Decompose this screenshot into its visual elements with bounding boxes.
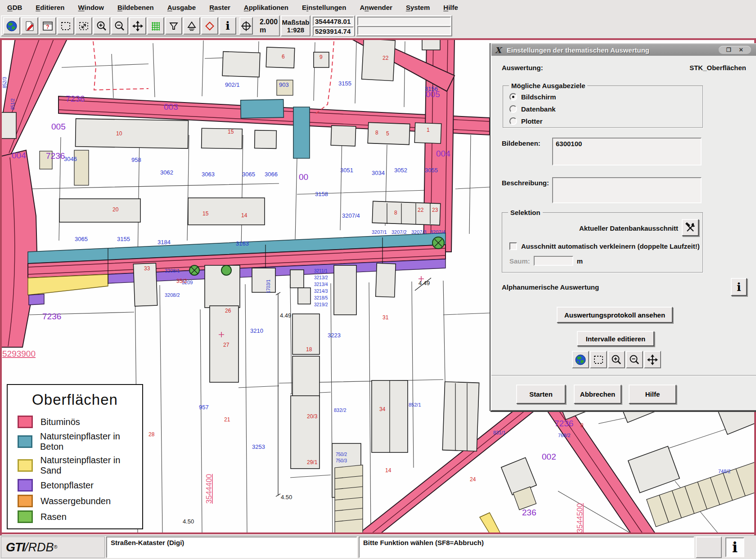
profile-triangle-button[interactable] [183, 17, 200, 35]
svg-text:29/1: 29/1 [307, 459, 318, 465]
shrink-extent-checkbox[interactable] [509, 242, 517, 250]
beschreibung-field[interactable] [552, 177, 702, 203]
diamond-button[interactable] [201, 17, 218, 35]
scale-value: 1:928 [287, 26, 304, 34]
crosshair-button[interactable] [239, 17, 253, 35]
dialog-pan-button[interactable] [644, 351, 661, 368]
menu-ausgabe[interactable]: Ausgabe [167, 4, 196, 11]
svg-text:750/2: 750/2 [336, 452, 347, 457]
vendor-logo: GTI/RDB® [1, 537, 105, 558]
svg-text:3052: 3052 [394, 167, 407, 174]
svg-text:832/2: 832/2 [334, 407, 346, 413]
legend-row: Natursteinpflaster in Sand [18, 455, 142, 476]
svg-text:768/2: 768/2 [558, 433, 571, 438]
svg-text:236: 236 [522, 508, 536, 517]
saum-field[interactable] [534, 256, 573, 266]
thematic-settings-dialog: X Einstellungen der thematischen Auswert… [490, 43, 756, 411]
dialog-zoom-in-button[interactable] [608, 351, 625, 368]
info-button[interactable]: i [219, 17, 236, 35]
globe-button[interactable] [3, 17, 20, 35]
zoom-window-button[interactable] [75, 17, 92, 35]
x-window-icon: X [495, 45, 501, 55]
pan-icon [647, 354, 658, 366]
svg-text:4.49: 4.49 [280, 312, 291, 319]
menu-editieren[interactable]: Editieren [36, 4, 64, 11]
help-window-button[interactable]: ? [39, 17, 56, 35]
dialog-select-rect-button[interactable] [590, 351, 607, 368]
svg-text:748/2: 748/2 [718, 469, 731, 474]
edit-intervals-button[interactable]: Intervalle editieren [577, 331, 654, 346]
menu-raster[interactable]: Raster [209, 4, 230, 11]
coordinate-x: 3544478.01 [313, 17, 354, 26]
app-name-field: Straßen-Kataster (Digi) [106, 537, 357, 558]
auswertung-label: Auswertung: [502, 64, 543, 72]
svg-text:3062: 3062 [160, 169, 173, 176]
svg-text:22: 22 [382, 55, 389, 61]
menu-bildebenen[interactable]: Bildebenen [117, 4, 154, 11]
menu-bar: GDBEditierenWindowBildebenenAusgabeRaste… [0, 0, 756, 14]
diamond-icon [204, 20, 216, 32]
svg-text:3207/1: 3207/1 [372, 229, 387, 235]
dialog-separator [491, 375, 756, 376]
svg-text:14: 14 [385, 467, 392, 474]
svg-text:24: 24 [470, 476, 476, 483]
svg-text:3253: 3253 [252, 443, 265, 450]
menu-anwender[interactable]: Anwender [360, 4, 392, 11]
svg-text:3065: 3065 [75, 236, 88, 242]
bildebenen-field[interactable]: 6300100 [552, 138, 702, 165]
grid-button[interactable] [147, 17, 164, 35]
dialog-titlebar[interactable]: X Einstellungen der thematischen Auswert… [491, 44, 756, 56]
svg-text:3184: 3184 [158, 239, 171, 246]
zoom-in-button[interactable] [93, 17, 110, 35]
select-rect-button[interactable] [57, 17, 74, 35]
menu-window[interactable]: Window [78, 4, 104, 11]
radio-bildschirm[interactable]: Bildschirm [509, 93, 556, 101]
help-window-icon: ? [42, 20, 54, 32]
maximize-button[interactable]: ❐ [726, 47, 731, 53]
svg-text:3207/3: 3207/3 [411, 229, 427, 235]
toolbar: ?i 2.000 m Maßstab 1:928 3544478.01 5293… [0, 14, 756, 38]
pan-button[interactable] [129, 17, 146, 35]
svg-text:004: 004 [436, 149, 450, 158]
dialog-zoom-out-button[interactable] [626, 351, 643, 368]
close-button[interactable]: ✕ [739, 47, 743, 53]
svg-text:9: 9 [320, 54, 323, 60]
svg-text:7236: 7236 [554, 419, 573, 428]
svg-text:3055: 3055 [425, 167, 438, 174]
svg-text:3156: 3156 [425, 85, 438, 92]
edit-document-button[interactable] [21, 17, 38, 35]
svg-text:4.49: 4.49 [418, 280, 430, 286]
filter-funnel-button[interactable] [165, 17, 182, 35]
tolerance-label: 2.000 m [260, 18, 278, 34]
menu-hilfe[interactable]: Hilfe [443, 4, 458, 11]
radio-plotter[interactable]: Plotter [509, 117, 543, 125]
output-targets-group: Mögliche Ausgabeziele BildschirmDatenban… [503, 85, 703, 128]
db-extent-tools-button[interactable] [682, 219, 699, 236]
menu-einstellungen[interactable]: Einstellungen [302, 4, 346, 11]
alphanumeric-info-button[interactable]: i [731, 278, 747, 296]
radio-icon [509, 105, 517, 113]
menu-gdb[interactable]: GDB [7, 4, 22, 11]
help-button[interactable]: Hilfe [629, 385, 676, 404]
svg-text:3155: 3155 [338, 80, 351, 87]
cancel-button[interactable]: Abbrechen [574, 385, 621, 404]
message-field-top [357, 17, 451, 26]
svg-text:?: ? [46, 24, 49, 30]
dialog-globe-button[interactable] [572, 351, 589, 368]
zoom-out-button[interactable] [111, 17, 128, 35]
status-info-button[interactable]: i [725, 537, 744, 557]
menu-system[interactable]: System [406, 4, 430, 11]
svg-text:3208/2: 3208/2 [165, 292, 180, 298]
legend-row: Bituminös [18, 416, 142, 428]
shrink-extent-label: Ausschnitt automatisch verkleinern (dopp… [521, 242, 700, 250]
svg-text:10: 10 [116, 130, 122, 137]
view-protocol-button[interactable]: Auswertungsprotokoll ansehen [557, 307, 673, 323]
start-button[interactable]: Starten [516, 385, 566, 404]
menu-applikationen[interactable]: Applikationen [244, 4, 288, 11]
scale-panel: Maßstab 1:928 [281, 15, 310, 36]
legend-swatch [18, 495, 33, 507]
legend-swatch [18, 459, 33, 472]
zoom-out-icon [114, 20, 126, 32]
radio-datenbank[interactable]: Datenbank [509, 105, 556, 113]
svg-text:3223: 3223 [328, 332, 341, 339]
